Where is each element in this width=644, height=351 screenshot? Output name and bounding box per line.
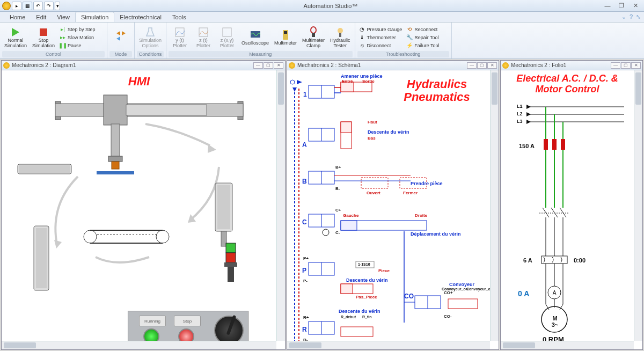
running-led-icon[interactable] bbox=[143, 328, 159, 341]
reconnect-button[interactable]: ⟲Reconnect bbox=[405, 26, 441, 33]
scrollbar-vertical[interactable] bbox=[634, 70, 642, 341]
panel-close-button[interactable]: ✕ bbox=[274, 62, 283, 69]
ribbon-group-troubleshooting: ◔Pressure Gauge 🌡Thermometer ⎋Disconnect… bbox=[355, 23, 452, 58]
tab-view[interactable]: View bbox=[52, 12, 75, 22]
lbl-1: 1 bbox=[303, 91, 307, 98]
zt-plotter-button[interactable]: z (t) Plotter bbox=[192, 25, 215, 49]
scrollbar-horizontal[interactable] bbox=[501, 341, 634, 349]
lbl-rfin: R_fin bbox=[362, 315, 372, 319]
svg-rect-105 bbox=[541, 256, 567, 264]
lbl-Rp: R+ bbox=[303, 315, 309, 320]
tab-tools[interactable]: Tools bbox=[167, 12, 192, 22]
simulation-options-button[interactable]: Simulation Options bbox=[137, 25, 164, 49]
plot-icon bbox=[197, 26, 209, 38]
panel-header-hydraulics[interactable]: Mechatronics 2 : Schéma1 —▢✕ bbox=[287, 61, 499, 70]
normal-simulation-button[interactable]: Normal Simulation bbox=[2, 25, 29, 49]
tab-simulation[interactable]: Simulation bbox=[75, 12, 114, 22]
svg-point-44 bbox=[290, 80, 295, 84]
scrollbar-horizontal[interactable] bbox=[2, 341, 276, 349]
multimeter-clamp-button[interactable]: Multimeter Clamp bbox=[300, 25, 327, 49]
step-by-step-button[interactable]: ▸|Step by Step bbox=[58, 26, 97, 33]
panel-close-button[interactable]: ✕ bbox=[487, 62, 497, 69]
lbl-sortie: Sortie bbox=[362, 79, 375, 84]
panel-min-button[interactable]: — bbox=[467, 62, 477, 69]
qat-btn-2[interactable]: ▦ bbox=[23, 2, 32, 10]
svg-rect-25 bbox=[19, 165, 70, 173]
lbl-breaker: 6 A bbox=[523, 257, 532, 264]
slow-icon: ▸▸ bbox=[60, 34, 66, 41]
panel-max-button[interactable]: ▢ bbox=[477, 62, 487, 69]
svg-rect-35 bbox=[224, 262, 237, 267]
electrical-canvas[interactable]: Electrical A.C. / D.C. & Motor Control bbox=[501, 70, 634, 341]
mode-button[interactable] bbox=[109, 28, 132, 47]
qat-btn-3[interactable]: ↶ bbox=[33, 2, 43, 10]
lbl-CO: CO bbox=[404, 292, 414, 300]
stop-simulation-button[interactable]: Stop Simulation bbox=[30, 25, 57, 49]
failure-tool-button[interactable]: ⚡Failure Tool bbox=[405, 42, 441, 49]
panel-min-button[interactable]: — bbox=[253, 62, 263, 69]
lbl-haut: Haut bbox=[368, 120, 377, 125]
ribbon-group-control: Normal Simulation Stop Simulation ▸|Step… bbox=[0, 23, 107, 58]
repair-tool-button[interactable]: 🔧Repair Tool bbox=[405, 34, 441, 41]
plot-icon bbox=[221, 26, 233, 38]
svg-rect-9 bbox=[312, 33, 315, 37]
yt-plotter-button[interactable]: y (t) Plotter bbox=[169, 25, 191, 49]
maximize-button[interactable]: ❐ bbox=[615, 2, 628, 10]
tab-edit[interactable]: Edit bbox=[31, 12, 52, 22]
ribbon-group-measuring: y (t) Plotter z (t) Plotter z (x,y) Plot… bbox=[166, 23, 355, 58]
panel-min-button[interactable]: — bbox=[611, 62, 620, 69]
hydraulic-tester-button[interactable]: Hydraulic Tester bbox=[328, 25, 353, 49]
tab-home[interactable]: Home bbox=[4, 12, 31, 22]
electrical-heading: Electrical A.C. / D.C. & Motor Control bbox=[501, 70, 634, 98]
multimeter-button[interactable]: Multimeter bbox=[272, 28, 299, 47]
qat-btn-4[interactable]: ↷ bbox=[44, 2, 54, 10]
main-selector-switch[interactable] bbox=[214, 316, 244, 341]
hydraulics-canvas[interactable]: Hydraulics Pneumatics bbox=[287, 70, 490, 341]
panel-header-hmi[interactable]: Mechatronics 2 : Diagram1 —▢✕ bbox=[2, 61, 285, 70]
titlebar: ▸ ▦ ↶ ↷ ▾ Automation Studio™ — ❐ ✕ bbox=[0, 0, 644, 12]
pressure-gauge-button[interactable]: ◔Pressure Gauge bbox=[357, 26, 404, 33]
svg-rect-4 bbox=[223, 28, 231, 36]
panel-electrical: Mechatronics 2 : Folio1 —▢✕ Electrical A… bbox=[500, 60, 643, 350]
scrollbar-horizontal[interactable] bbox=[287, 341, 490, 349]
stop-led-icon[interactable] bbox=[178, 328, 194, 341]
scrollbar-vertical[interactable] bbox=[276, 70, 285, 341]
panel-header-electrical[interactable]: Mechatronics 2 : Folio1 —▢✕ bbox=[501, 61, 642, 70]
lbl-Cp: C+ bbox=[335, 208, 341, 213]
zxy-plotter-button[interactable]: z (x,y) Plotter bbox=[216, 25, 238, 49]
qat-dropdown[interactable]: ▾ bbox=[55, 2, 60, 10]
close-button[interactable]: ✕ bbox=[629, 2, 642, 10]
scrollbar-vertical[interactable] bbox=[490, 70, 499, 341]
ribbon-caret[interactable]: ⌄?⤡ bbox=[618, 13, 644, 20]
lbl-C: C bbox=[302, 218, 307, 226]
stop-label[interactable]: Stop bbox=[174, 316, 201, 326]
lbl-conv-on: Convoyeur_on bbox=[442, 287, 468, 291]
svg-marker-86 bbox=[526, 112, 531, 116]
thermometer-button[interactable]: 🌡Thermometer bbox=[357, 34, 404, 41]
lbl-ouvert: Ouvert bbox=[367, 191, 380, 195]
app-logo-icon[interactable] bbox=[2, 2, 11, 10]
slow-motion-button[interactable]: ▸▸Slow Motion bbox=[58, 34, 97, 41]
panel-hydraulics: Mechatronics 2 : Schéma1 —▢✕ Hydraulics … bbox=[287, 60, 499, 350]
workspace: Mechatronics 2 : Diagram1 —▢✕ HMI bbox=[0, 59, 644, 351]
oscilloscope-button[interactable]: Oscilloscope bbox=[239, 28, 271, 47]
panel-max-button[interactable]: ▢ bbox=[264, 62, 273, 69]
pause-button[interactable]: ❚❚Pause bbox=[58, 42, 97, 49]
qat-btn-1[interactable]: ▸ bbox=[12, 2, 21, 10]
svg-rect-11 bbox=[339, 33, 341, 37]
lbl-Pp: P+ bbox=[303, 256, 309, 261]
panel-max-button[interactable]: ▢ bbox=[621, 62, 631, 69]
ribbon-group-conditions: Simulation Options Conditions bbox=[135, 23, 166, 58]
minimize-button[interactable]: — bbox=[601, 2, 614, 10]
hmi-canvas[interactable]: HMI bbox=[2, 70, 276, 341]
lbl-conv: Convoyeur bbox=[449, 282, 474, 287]
svg-rect-93 bbox=[552, 139, 557, 150]
svg-rect-27 bbox=[217, 185, 230, 229]
lbl-bas: Bas bbox=[368, 136, 376, 141]
arrows-icon bbox=[115, 29, 127, 41]
disconnect-button[interactable]: ⎋Disconnect bbox=[357, 42, 404, 49]
running-label[interactable]: Running bbox=[139, 316, 166, 326]
panel-close-button[interactable]: ✕ bbox=[631, 62, 641, 69]
tab-electrotechnical[interactable]: Electrotechnical bbox=[114, 12, 167, 22]
lbl-conv-off: Convoyeur_off bbox=[466, 287, 490, 291]
